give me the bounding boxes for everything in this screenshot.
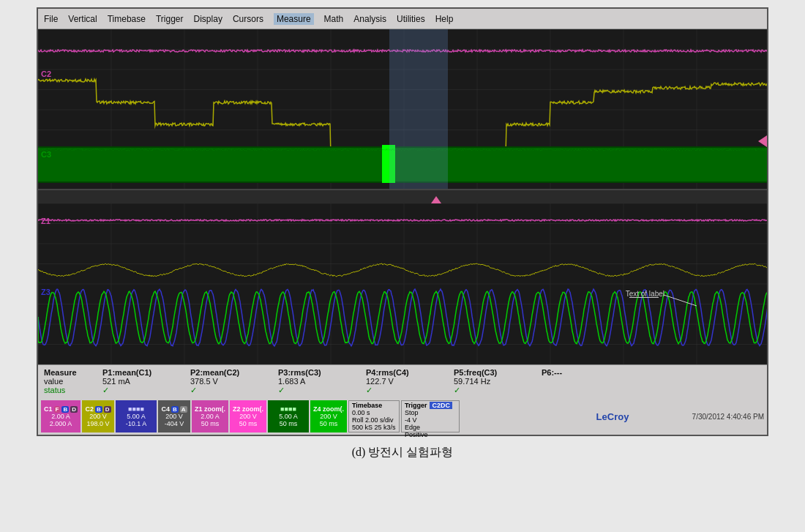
- z2-status-box[interactable]: Z2 zoom(. 200 V 50 ms: [230, 400, 266, 432]
- lower-waveform: Z1 Z3 Text of label: [38, 203, 767, 364]
- measure-col-3: P4:rms(C4) 122.7 V ✓: [366, 368, 454, 395]
- annotation-line: [629, 297, 659, 298]
- ch4-status-box[interactable]: C4 B A 200 V -404 V: [158, 400, 190, 432]
- measure-status-label: status: [44, 386, 102, 394]
- menu-display[interactable]: Display: [194, 14, 222, 24]
- measure-value-label: value: [44, 377, 102, 386]
- z1-status-box[interactable]: Z1 zoom(. 2.00 A 50 ms: [192, 400, 228, 432]
- ch3-status-box[interactable]: ■■■■ 5.00 A -10.1 A: [116, 400, 157, 432]
- z3-label: Z3: [41, 288, 50, 296]
- menubar: File Vertical Timebase Trigger Display C…: [38, 9, 767, 29]
- p3-status: ✓: [278, 386, 366, 395]
- menu-analysis[interactable]: Analysis: [353, 14, 386, 24]
- menu-cursors[interactable]: Cursors: [233, 14, 263, 24]
- p4-value: 122.7 V: [366, 377, 454, 386]
- p2-status: ✓: [190, 386, 278, 395]
- p5-header: P5:freq(C3): [454, 368, 542, 377]
- menu-math[interactable]: Math: [324, 14, 344, 24]
- p1-value: 521 mA: [102, 377, 190, 386]
- bottom-marker: [431, 196, 441, 203]
- right-marker: [758, 135, 767, 147]
- caption: (d) 방전시 실험파형: [352, 445, 454, 460]
- lecroy-logo: LeCroy: [592, 410, 634, 424]
- divider-area: [38, 190, 767, 203]
- measure-row: Measure value status P1:mean(C1) 521 mA …: [44, 368, 761, 395]
- p4-header: P4:rms(C4): [366, 368, 454, 377]
- z3-status-box[interactable]: ■■■■ 5.00 A 50 ms: [268, 400, 309, 432]
- measure-col-4: P5:freq(C3) 59.714 Hz ✓: [454, 368, 542, 395]
- p3-value: 1.683 A: [278, 377, 366, 386]
- p3-header: P3:rms(C3): [278, 368, 366, 377]
- menu-help[interactable]: Help: [435, 14, 454, 24]
- z4-status-box[interactable]: Z4 zoom(. 200 V 50 ms: [310, 400, 347, 432]
- menu-utilities[interactable]: Utilities: [397, 14, 425, 24]
- status-bar: C1 F B D 2.00 A 2.000 A C2 B D 200 V 198…: [38, 398, 767, 435]
- menu-trigger[interactable]: Trigger: [156, 14, 184, 24]
- p4-status: ✓: [366, 386, 454, 395]
- trigger-box: Trigger C2DC Stop -4 V Edge Positive: [401, 400, 460, 432]
- trigger-edge: Edge: [405, 424, 456, 431]
- cursor-highlight: [389, 29, 448, 189]
- menu-vertical[interactable]: Vertical: [68, 14, 97, 24]
- menu-measure[interactable]: Measure: [274, 13, 314, 25]
- trigger-ch-badge: C2DC: [430, 402, 452, 409]
- measure-col-1: P2:mean(C2) 378.5 V ✓: [190, 368, 278, 395]
- timebase-box: Timebase 0.00 s Roll 2.00 s/div 500 kS 2…: [348, 400, 400, 432]
- trigger-polarity: Positive: [405, 431, 456, 438]
- measure-title: Measure: [44, 368, 102, 377]
- ch2-label: C2: [41, 70, 51, 78]
- p1-status: ✓: [102, 386, 190, 395]
- timebase-val3: 500 kS 25 k3/s: [352, 424, 396, 431]
- timestamp: 7/30/2012 4:40:46 PM: [634, 413, 764, 421]
- p5-value: 59.714 Hz: [454, 377, 542, 386]
- scope-window: File Vertical Timebase Trigger Display C…: [37, 7, 768, 436]
- z1-label: Z1: [41, 217, 50, 225]
- measure-col-0: P1:mean(C1) 521 mA ✓: [102, 368, 190, 395]
- timebase-roll: Roll 2.00 s/div: [352, 416, 396, 424]
- trigger-header: Trigger C2DC: [405, 402, 456, 409]
- trigger-voltage: -4 V: [405, 416, 456, 424]
- menu-file[interactable]: File: [44, 14, 58, 24]
- ch3-label: C3: [41, 150, 51, 159]
- upper-waveform: C2 C3: [38, 29, 767, 190]
- measure-col-5: P6:---: [542, 368, 629, 395]
- main-container: File Vertical Timebase Trigger Display C…: [0, 0, 805, 532]
- p2-value: 378.5 V: [190, 377, 278, 386]
- p2-header: P2:mean(C2): [190, 368, 278, 377]
- measure-label-cell: Measure value status: [44, 368, 102, 395]
- p6-header: P6:---: [542, 368, 629, 377]
- trigger-stop: Stop: [405, 409, 456, 416]
- ch2-status-box[interactable]: C2 B D 200 V 198.0 V: [82, 400, 114, 432]
- measure-bar: Measure value status P1:mean(C1) 521 mA …: [38, 364, 767, 398]
- menu-timebase[interactable]: Timebase: [108, 14, 146, 24]
- p5-status: ✓: [454, 386, 542, 395]
- timebase-label: Timebase: [352, 402, 396, 409]
- timebase-val1: 0.00 s: [352, 409, 396, 416]
- measure-col-2: P3:rms(C3) 1.683 A ✓: [278, 368, 366, 395]
- ch1-status-box[interactable]: C1 F B D 2.00 A 2.000 A: [41, 400, 80, 432]
- p1-header: P1:mean(C1): [102, 368, 190, 377]
